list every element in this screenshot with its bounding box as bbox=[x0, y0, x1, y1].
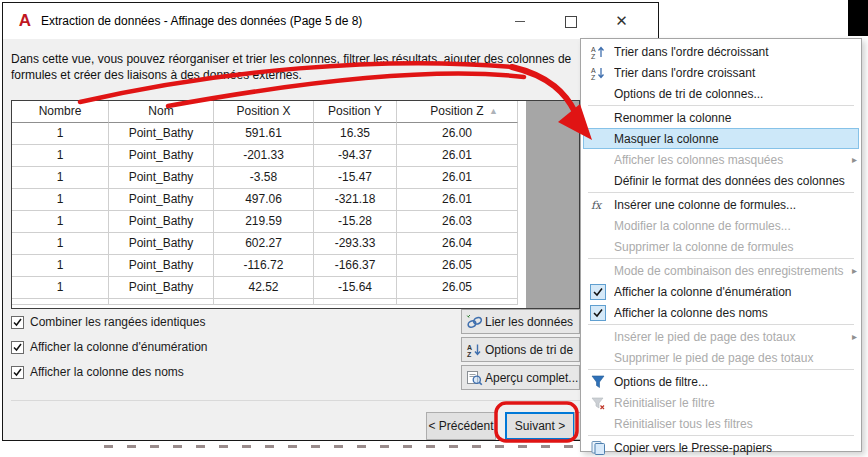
column-header-3[interactable]: Position X bbox=[214, 101, 314, 123]
screenshot-stage: A Extraction de données - Affinage des d… bbox=[0, 0, 868, 457]
link-data-button[interactable]: Lier les données bbox=[461, 309, 580, 334]
svg-text:Z: Z bbox=[591, 53, 596, 60]
menu-item: Supprimer le pied de page des totaux bbox=[581, 347, 861, 368]
table-row-clipped bbox=[12, 299, 579, 305]
checkbox-3[interactable]: Afficher la colonne des noms bbox=[11, 363, 184, 381]
table-cell: 26.01 bbox=[397, 167, 518, 189]
sort-descending-icon: AZ bbox=[581, 44, 614, 60]
table-cell: -116.72 bbox=[214, 255, 314, 277]
menu-item[interactable]: fxInsérer une colonne de formules... bbox=[581, 194, 861, 215]
menu-separator bbox=[588, 105, 854, 106]
checkbox-label: Combiner les rangées identiques bbox=[30, 315, 205, 329]
menu-item[interactable]: Renommer la colonne bbox=[581, 107, 861, 128]
menu-item: Modifier la colonne de formules... bbox=[581, 215, 861, 236]
table-cell: Point_Bathy bbox=[109, 277, 214, 299]
menu-item-label: Réinitialiser le filtre bbox=[614, 396, 845, 410]
menu-item[interactable]: Copier vers le Presse-papiers bbox=[581, 437, 861, 457]
table-cell: 26.00 bbox=[397, 123, 518, 145]
table-cell: 26.05 bbox=[397, 277, 518, 299]
menu-item-label: Copier vers le Presse-papiers bbox=[614, 441, 845, 455]
checkbox-1[interactable]: Combiner les rangées identiques bbox=[11, 313, 205, 331]
menu-item: Insérer le pied de page des totaux▸ bbox=[581, 326, 861, 347]
filter-reset-icon bbox=[581, 395, 614, 411]
column-header-2[interactable]: Nom bbox=[109, 101, 214, 123]
column-header-4[interactable]: Position Y bbox=[314, 101, 397, 123]
menu-item: Réinitialiser tous les filtres bbox=[581, 413, 861, 434]
previous-button[interactable]: < Précédent bbox=[426, 412, 496, 440]
dialog-titlebar[interactable]: A Extraction de données - Affinage des d… bbox=[3, 3, 658, 39]
svg-text:A: A bbox=[591, 46, 596, 53]
side-button-label: Options de tri de bbox=[485, 343, 573, 357]
menu-item-label: Renommer la colonne bbox=[614, 111, 845, 125]
column-context-menu: AZTrier dans l'ordre décroissantAZTrier … bbox=[580, 38, 862, 452]
checkbox-label: Afficher la colonne d'énumération bbox=[30, 340, 208, 354]
menu-item: Réinitialiser le filtre bbox=[581, 392, 861, 413]
submenu-arrow-icon: ▸ bbox=[845, 265, 857, 276]
checked-icon bbox=[581, 284, 614, 300]
table-cell: 1 bbox=[12, 123, 109, 145]
column-header-5[interactable]: Position Z bbox=[397, 101, 518, 123]
menu-item-label: Trier dans l'ordre décroissant bbox=[614, 45, 845, 59]
menu-item[interactable]: AZTrier dans l'ordre croissant bbox=[581, 62, 861, 83]
menu-item[interactable]: Afficher la colonne des noms bbox=[581, 302, 861, 323]
footer-divider bbox=[11, 400, 655, 401]
formula-icon: fx bbox=[581, 197, 614, 213]
checkbox-icon bbox=[11, 341, 24, 354]
menu-item-label: Supprimer la colonne de formules bbox=[614, 240, 845, 254]
grid-empty-area bbox=[526, 101, 579, 308]
checkbox-icon bbox=[11, 316, 24, 329]
table-cell: -321.18 bbox=[314, 189, 397, 211]
full-preview-button[interactable]: Aperçu complet... bbox=[461, 365, 580, 390]
menu-item[interactable]: Masquer la colonne bbox=[583, 128, 859, 149]
sort-ascending-indicator-icon[interactable]: ▲ bbox=[489, 106, 498, 116]
table-cell: -15.28 bbox=[314, 211, 397, 233]
menu-item: Supprimer la colonne de formules bbox=[581, 236, 861, 257]
menu-item: Afficher les colonnes masquées▸ bbox=[581, 149, 861, 170]
sort-options-button[interactable]: AZOptions de tri de bbox=[461, 337, 580, 362]
table-cell: 42.52 bbox=[214, 277, 314, 299]
table-cell: 1 bbox=[12, 277, 109, 299]
maximize-button[interactable] bbox=[548, 3, 593, 39]
table-cell: 1 bbox=[12, 145, 109, 167]
menu-item-label: Afficher la colonne des noms bbox=[614, 306, 845, 320]
table-cell: -3.58 bbox=[214, 167, 314, 189]
table-row[interactable]: 1Point_Bathy602.27-293.3326.04 bbox=[12, 233, 579, 255]
background-text-fragment bbox=[104, 445, 576, 448]
data-grid[interactable]: NombreNomPosition XPosition YPosition Z … bbox=[11, 100, 580, 309]
table-cell: Point_Bathy bbox=[109, 145, 214, 167]
menu-separator bbox=[588, 258, 854, 259]
table-cell: -201.33 bbox=[214, 145, 314, 167]
background-drawing-area bbox=[848, 0, 868, 36]
menu-item[interactable]: AZTrier dans l'ordre décroissant bbox=[581, 41, 861, 62]
table-cell: 1 bbox=[12, 189, 109, 211]
sort-az-icon: AZ bbox=[466, 342, 485, 358]
table-cell: 26.03 bbox=[397, 211, 518, 233]
menu-item-label: Supprimer le pied de page des totaux bbox=[614, 351, 845, 365]
close-button[interactable]: ✕ bbox=[599, 3, 644, 39]
side-button-label: Lier les données bbox=[485, 315, 573, 329]
menu-item-label: Masquer la colonne bbox=[614, 132, 845, 146]
column-header-1[interactable]: Nombre bbox=[12, 101, 109, 123]
minimize-button[interactable] bbox=[497, 3, 542, 39]
table-row[interactable]: 1Point_Bathy219.59-15.2826.03 bbox=[12, 211, 579, 233]
menu-item[interactable]: Options de filtre... bbox=[581, 371, 861, 392]
menu-item[interactable]: Options de tri de colonnes... bbox=[581, 83, 861, 104]
svg-text:Z: Z bbox=[591, 74, 596, 81]
table-cell: Point_Bathy bbox=[109, 255, 214, 277]
next-button[interactable]: Suivant > bbox=[505, 412, 575, 440]
menu-item[interactable]: Afficher la colonne d'énumération bbox=[581, 281, 861, 302]
table-row[interactable]: 1Point_Bathy42.52-15.6426.05 bbox=[12, 277, 579, 299]
menu-separator bbox=[588, 369, 854, 370]
checkbox-2[interactable]: Afficher la colonne d'énumération bbox=[11, 338, 208, 356]
menu-item[interactable]: Définir le format des données des colonn… bbox=[581, 170, 861, 191]
table-cell: 1 bbox=[12, 255, 109, 277]
menu-item-label: Options de filtre... bbox=[614, 375, 845, 389]
table-row[interactable]: 1Point_Bathy497.06-321.1826.01 bbox=[12, 189, 579, 211]
table-row[interactable]: 1Point_Bathy-201.33-94.3726.01 bbox=[12, 145, 579, 167]
table-cell: -293.33 bbox=[314, 233, 397, 255]
checked-icon bbox=[581, 305, 614, 321]
table-row[interactable]: 1Point_Bathy-3.58-15.4726.01 bbox=[12, 167, 579, 189]
table-row[interactable]: 1Point_Bathy-116.72-166.3726.05 bbox=[12, 255, 579, 277]
sort-ascending-icon: AZ bbox=[581, 65, 614, 81]
table-row[interactable]: 1Point_Bathy591.6116.3526.00 bbox=[12, 123, 579, 145]
